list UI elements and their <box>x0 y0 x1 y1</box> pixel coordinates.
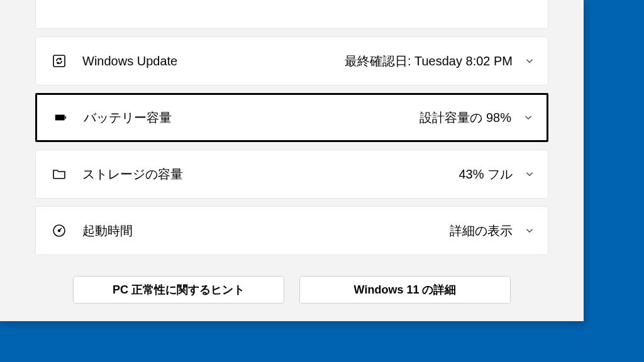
row-value: 詳細の表示 <box>450 222 513 239</box>
row-battery-capacity[interactable]: バッテリー容量 設計容量の 98% <box>35 93 548 142</box>
row-label: 起動時間 <box>82 222 450 239</box>
update-icon <box>51 53 67 69</box>
chevron-down-icon <box>524 55 535 67</box>
footer-actions: PC 正常性に関するヒント Windows 11 の詳細 <box>0 276 584 304</box>
row-label: Windows Update <box>82 54 345 69</box>
row-partial-top[interactable] <box>35 0 548 29</box>
chevron-down-icon <box>523 112 534 123</box>
folder-icon <box>51 166 67 182</box>
pc-health-window: Windows Update 最終確認日: Tuesday 8:02 PM バッ… <box>0 0 584 321</box>
battery-icon <box>52 109 69 126</box>
row-startup-time[interactable]: 起動時間 詳細の表示 <box>35 206 548 255</box>
svg-point-4 <box>58 230 60 232</box>
svg-rect-2 <box>65 116 67 119</box>
svg-rect-0 <box>53 55 65 67</box>
pc-health-tips-button[interactable]: PC 正常性に関するヒント <box>73 276 284 304</box>
row-label: ストレージの容量 <box>82 166 458 183</box>
svg-rect-1 <box>55 115 65 121</box>
chevron-down-icon <box>524 225 535 236</box>
row-label: バッテリー容量 <box>84 109 419 126</box>
windows-11-details-button[interactable]: Windows 11 の詳細 <box>299 276 511 304</box>
row-value: 43% フル <box>458 166 513 183</box>
row-windows-update[interactable]: Windows Update 最終確認日: Tuesday 8:02 PM <box>35 36 548 85</box>
row-value: 設計容量の 98% <box>419 109 511 126</box>
row-value: 最終確認日: Tuesday 8:02 PM <box>345 53 513 70</box>
row-storage-capacity[interactable]: ストレージの容量 43% フル <box>35 150 548 199</box>
content-area: Windows Update 最終確認日: Tuesday 8:02 PM バッ… <box>0 0 584 255</box>
gauge-icon <box>51 222 67 239</box>
chevron-down-icon <box>524 168 535 180</box>
